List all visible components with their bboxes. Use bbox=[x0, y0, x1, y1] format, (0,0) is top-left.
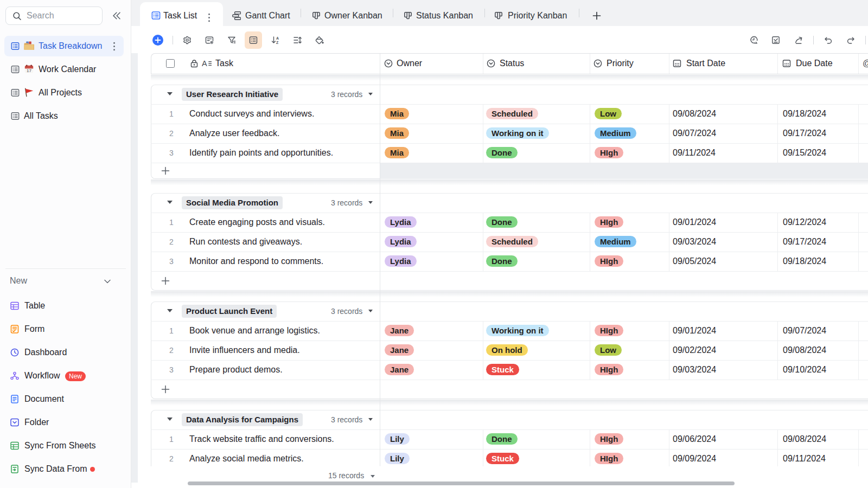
svg-text:17: 17 bbox=[27, 68, 31, 73]
svg-text:A: A bbox=[276, 36, 279, 40]
svg-text:Z: Z bbox=[276, 41, 279, 44]
svg-text:A: A bbox=[202, 59, 207, 68]
